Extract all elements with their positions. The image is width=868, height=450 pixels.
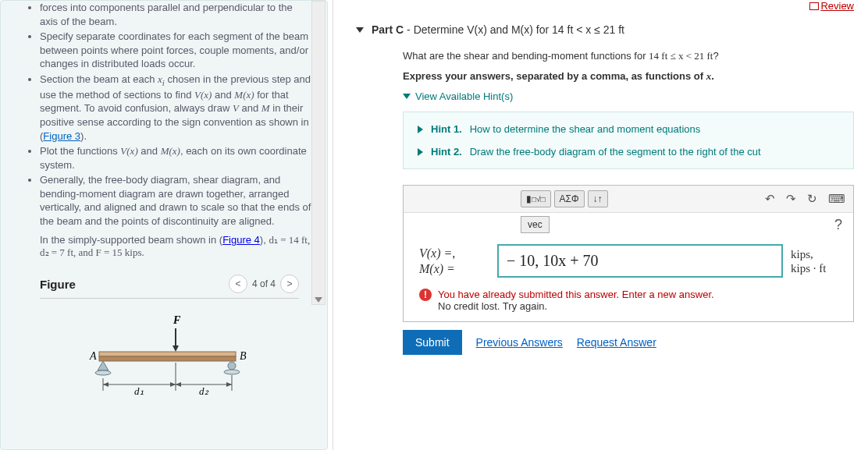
hint-1-toggle[interactable]: Hint 1. How to determine the shear and m… [418,123,839,135]
chevron-right-icon [418,126,423,133]
figure-4-diagram: F A B d₁ [40,314,299,400]
left-instructions-pane: forces into components parallel and perp… [0,0,328,450]
figure-prev-button[interactable]: < [229,275,247,293]
svg-text:F: F [173,314,181,326]
svg-marker-20 [226,382,232,387]
svg-point-10 [224,370,240,374]
error-icon: ! [419,289,432,301]
svg-text:B: B [240,350,247,362]
answer-input-box: ▮□√□ ΑΣΦ ↓↑ ↶ ↷ ↻ ⌨ vec ? [403,185,854,322]
help-icon[interactable]: ? [834,217,842,233]
instruction-item: Generally, the free-body diagram, shear … [40,173,313,228]
svg-text:d₂: d₂ [199,385,209,397]
feedback-message: ! You have already submitted this answer… [404,289,853,321]
answer-variable-label: V(x) =, M(x) = [419,246,489,275]
svg-text:d₁: d₁ [134,385,144,397]
right-question-pane: Review Part C - Determine V(x) and M(x) … [333,0,868,450]
svg-marker-15 [103,382,108,387]
redo-icon[interactable]: ↷ [786,192,796,206]
svg-point-9 [228,362,236,370]
figure-4-link[interactable]: Figure 4 [222,234,260,246]
hints-container: Hint 1. How to determine the shear and m… [403,112,854,169]
question-line-2: Express your answers, separated by a com… [403,70,854,83]
figure-title: Figure [40,278,76,291]
svg-marker-7 [98,361,108,370]
given-values: In the simply-supported beam shown in (F… [40,234,313,259]
figure-next-button[interactable]: > [280,275,299,293]
svg-rect-3 [99,352,236,356]
hint-2-toggle[interactable]: Hint 2. Draw the free-body diagram of th… [418,146,839,158]
undo-icon[interactable]: ↶ [765,192,775,206]
svg-marker-19 [176,382,181,387]
submit-button[interactable]: Submit [403,330,462,355]
instruction-item: Specify separate coordinates for each se… [40,30,313,71]
svg-point-8 [95,370,111,375]
svg-text:A: A [89,350,97,362]
figure-3-link[interactable]: Figure 3 [43,130,80,142]
instructions-text: forces into components parallel and perp… [40,1,313,228]
chevron-down-icon [403,94,411,99]
instruction-item: forces into components parallel and perp… [40,1,313,28]
subscript-button[interactable]: ↓↑ [588,190,608,207]
review-link[interactable]: Review [809,0,854,12]
answer-units: kips, kips · ft [791,247,845,275]
chevron-right-icon [418,148,423,156]
question-line-1: What are the shear and bending-moment fu… [403,50,854,62]
part-c-header[interactable]: Part C - Determine V(x) and M(x) for 14 … [356,23,854,36]
collapse-icon [356,27,364,33]
request-answer-link[interactable]: Request Answer [577,336,656,349]
greek-button[interactable]: ΑΣΦ [554,190,585,207]
answer-field[interactable]: − 10, 10x + 70 [497,244,783,278]
svg-marker-2 [173,345,179,352]
scrollbar[interactable] [311,1,326,305]
template-button[interactable]: ▮□√□ [521,190,551,207]
vec-button[interactable]: vec [521,216,550,233]
keyboard-icon[interactable]: ⌨ [828,192,845,206]
previous-answers-link[interactable]: Previous Answers [476,336,563,349]
svg-marker-16 [170,382,176,387]
instruction-item: Section the beam at each xi chosen in th… [40,73,313,143]
svg-rect-4 [99,356,236,361]
flag-icon [809,2,819,10]
view-hints-toggle[interactable]: View Available Hint(s) [403,90,854,102]
figure-page-indicator: 4 of 4 [252,278,276,289]
instruction-item: Plot the functions V(x) and M(x), each o… [40,144,313,172]
reset-icon[interactable]: ↻ [807,192,817,206]
